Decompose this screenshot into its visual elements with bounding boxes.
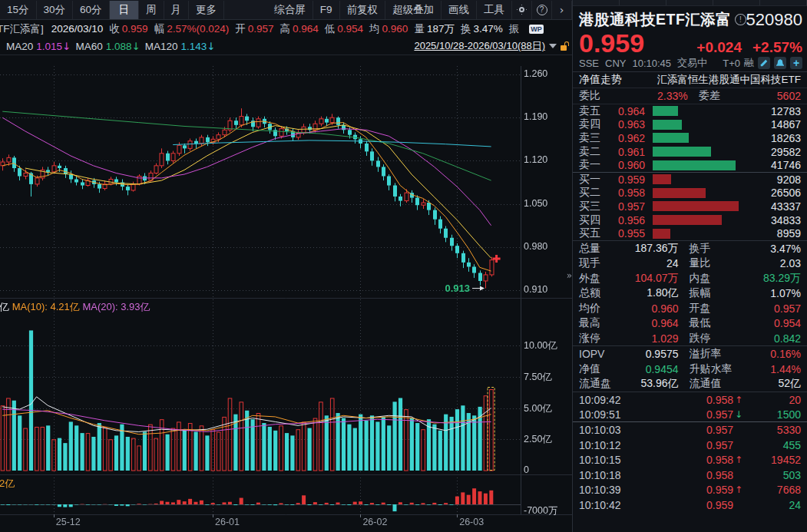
chart-panes: 亿 MA(10): 4.21亿 MA(20): 3.93亿 2亿 -7000万 … (0, 55, 572, 532)
stat-value: 0.16% (737, 348, 802, 360)
more-button[interactable]: › (552, 1, 572, 19)
iopv-row: IOPV0.9575溢折率0.16% (573, 346, 807, 362)
buy-volume-bar (653, 188, 706, 198)
buy-level-price: 0.957 (607, 200, 645, 213)
buy-level-qty: 9208 (777, 173, 801, 186)
wp-badge-icon[interactable]: WP (529, 25, 544, 34)
buy-level-row[interactable]: 买二0.95826506 (573, 187, 807, 200)
tick-price: 0.959 (634, 484, 733, 496)
quote-time: 10:10:45 (632, 58, 671, 69)
pencil-icon (760, 59, 768, 67)
symbol-suffix: TF汇添富] (0, 22, 44, 36)
buy-level-price: 0.955 (607, 227, 645, 240)
buy-level-label: 买三 (579, 200, 607, 213)
stats-row: 总量187.36万换手3.47% (573, 241, 807, 256)
period-button-60分[interactable]: 60分 (73, 1, 110, 19)
tick-row[interactable]: 10:09:420.958↑20 (573, 392, 807, 408)
risk-info-icon[interactable]: ! (735, 14, 746, 25)
buy-level-row[interactable]: 买五0.9558959 (573, 226, 807, 240)
tick-row[interactable]: 10:10:120.957455 (573, 438, 807, 453)
buy-level-row[interactable]: 买三0.95743337 (573, 200, 807, 213)
x-axis-label: 26-02 (362, 517, 387, 527)
panel-collapse-handle[interactable]: » (567, 270, 572, 281)
nav-fund-row[interactable]: 净值走势 汇添富恒生港股通中国科技ETF (573, 71, 807, 88)
date-range-wrap: 2025/10/28-2026/03/10(88日) (414, 39, 569, 53)
stat-label: 均价 (579, 302, 614, 316)
price-axis-label: 0.910 (524, 284, 547, 295)
tick-row[interactable]: 10:10:180.958503 (573, 468, 807, 483)
buy-level-row[interactable]: 买四0.95634833 (573, 213, 807, 227)
quote-field-label: 均 (369, 23, 380, 35)
down-arrow-icon: ↓ (62, 40, 71, 52)
stats-section: 总量187.36万换手3.47%现手24量比2.03外盘104.07万内盘83.… (573, 240, 807, 346)
toolbar-button-画线[interactable]: 画线 (442, 1, 477, 19)
stat-value: 1.44% (737, 363, 802, 375)
help-button[interactable]: ? (532, 1, 552, 19)
candlestick-chart-canvas[interactable] (0, 55, 572, 532)
up-arrow-icon: ↑ (735, 454, 746, 465)
sell-level-price: 0.962 (607, 132, 645, 144)
alert-button[interactable] (774, 57, 786, 69)
price-change-pct: +2.57% (752, 39, 802, 56)
quote-field-label: 幅 (154, 23, 165, 35)
tick-time: 10:10:15 (579, 454, 634, 466)
add-watchlist-button[interactable]: + (790, 57, 802, 69)
ma-value: 1.015 (36, 41, 62, 52)
dropdown-arrow-icon[interactable] (549, 44, 557, 48)
settings-button[interactable] (512, 1, 532, 19)
ma-legend-MA20: MA201.015↓ (6, 40, 71, 52)
unlock-icon[interactable] (561, 41, 569, 51)
sell-level-row[interactable]: 卖四0.96314867 (573, 118, 807, 132)
plus-icon: + (793, 59, 799, 67)
toolbar-button-超级叠加[interactable]: 超级叠加 (385, 1, 442, 19)
period-button-月[interactable]: 月 (164, 1, 190, 19)
tick-row[interactable]: 10:10:390.959↑7668 (573, 483, 807, 498)
quote-field-label: 低 (325, 23, 336, 35)
period-button-周[interactable]: 周 (139, 1, 164, 19)
quote-field-value: 0.964 (293, 23, 319, 35)
quote-field-value: 0.960 (382, 23, 408, 35)
toolbar-button-综合屏[interactable]: 综合屏 (267, 1, 313, 19)
period-button-active[interactable]: 日 (110, 1, 140, 19)
date-range-link[interactable]: 2025/10/28-2026/03/10(88日) (414, 39, 545, 53)
buy-level-price: 0.956 (607, 214, 645, 226)
period-button-更多[interactable]: 更多 (189, 1, 224, 19)
tick-price: 0.958 (634, 454, 733, 466)
stat-value: 0.957 (737, 302, 802, 315)
stat-label: 跌停 (690, 332, 737, 345)
period-button-15分[interactable]: 15分 (0, 1, 37, 19)
stats-row: 最高0.964最低0.954 (573, 316, 807, 331)
sell-level-price: 0.964 (607, 105, 645, 117)
toolbar-button-前复权[interactable]: 前复权 (340, 1, 386, 19)
tick-row[interactable]: 10:10:420.95924 (573, 497, 807, 513)
edit-button[interactable] (758, 57, 770, 69)
sell-level-row[interactable]: 卖二0.96129582 (573, 145, 807, 159)
sell-level-row[interactable]: 卖一0.96041746 (573, 158, 807, 172)
quote-field-label: 收 (109, 23, 120, 35)
stat-value: 2.03 (737, 257, 802, 269)
sell-level-label: 卖一 (579, 158, 607, 172)
sell-level-row[interactable]: 卖五0.96412783 (573, 104, 807, 118)
sell-level-row[interactable]: 卖三0.96218263 (573, 131, 807, 145)
trading-app: 15分30分60分日周月更多综合屏F9前复权超级叠加画线工具?› TF汇添富]2… (0, 0, 807, 532)
buy-level-row[interactable]: 买一0.9599208 (573, 173, 807, 187)
buy-level-label: 买五 (579, 226, 607, 240)
tick-row[interactable]: 10:10:030.9575330 (573, 422, 807, 438)
stat-value: 3.47% (737, 243, 802, 255)
tick-row[interactable]: 10:09:510.957↓1500 (573, 408, 807, 423)
toolbar-button-工具[interactable]: 工具 (477, 1, 512, 19)
period-button-30分[interactable]: 30分 (37, 1, 74, 19)
tick-row[interactable]: 10:10:150.958↑19452 (573, 452, 807, 468)
price-row: 0.959 +0.024 +2.57% (573, 31, 807, 55)
buy-level-qty: 34833 (771, 214, 801, 226)
toolbar-button-F9[interactable]: F9 (313, 1, 340, 19)
x-axis-label: 25-12 (56, 517, 81, 527)
stat-label: 最高 (579, 316, 614, 330)
price-axis-label: 1.190 (524, 111, 547, 122)
stat-value: 0.954 (737, 317, 802, 329)
stat-value: 52亿 (737, 377, 802, 391)
ma-label: MA120 (145, 41, 178, 52)
sell-level-label: 卖五 (579, 104, 607, 118)
quote-field-幅: 幅2.57%(0.024) (154, 22, 230, 36)
sell-volume-bar (653, 160, 736, 170)
